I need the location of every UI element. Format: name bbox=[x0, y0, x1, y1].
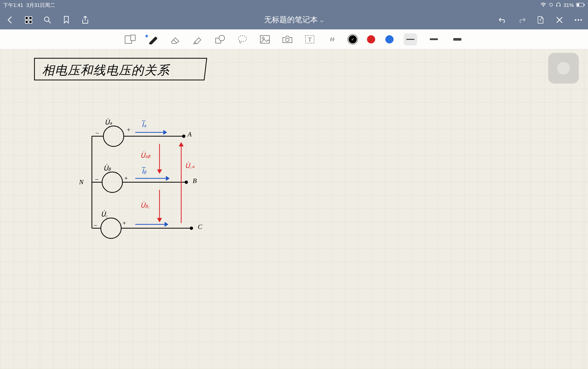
svg-text:+: + bbox=[539, 17, 542, 22]
battery-icon bbox=[576, 2, 585, 8]
svg-rect-9 bbox=[29, 20, 32, 23]
app-header: 无标题的笔记本 + bbox=[0, 10, 588, 29]
assistive-widget[interactable] bbox=[548, 53, 579, 84]
wifi-icon bbox=[541, 2, 546, 8]
svg-point-27 bbox=[262, 37, 264, 39]
shapes-tool[interactable] bbox=[214, 33, 226, 45]
stroke-thin[interactable] bbox=[404, 33, 417, 45]
svg-point-25 bbox=[238, 36, 247, 42]
title-text: 相电压和线电压的关系 bbox=[42, 62, 170, 78]
add-page-button[interactable]: + bbox=[536, 15, 545, 25]
svg-point-24 bbox=[219, 35, 225, 41]
minus-b: − bbox=[94, 176, 99, 183]
svg-line-22 bbox=[173, 40, 177, 43]
back-button[interactable] bbox=[5, 15, 14, 25]
plus-a: + bbox=[126, 126, 131, 134]
ia-label: I̅ₐ bbox=[142, 121, 146, 129]
ua-label: U̇ₐ bbox=[105, 118, 112, 126]
svg-rect-1 bbox=[556, 5, 557, 7]
page-title: 无标题的笔记本 bbox=[264, 15, 318, 25]
page-title-wrapper[interactable]: 无标题的笔记本 bbox=[90, 15, 498, 25]
minus-a: − bbox=[95, 130, 100, 137]
highlighter-tool[interactable] bbox=[191, 33, 204, 45]
bluetooth-icon: ✱ bbox=[145, 34, 148, 39]
plus-c: + bbox=[122, 219, 127, 227]
node-b-label: B bbox=[193, 177, 197, 185]
svg-line-15 bbox=[48, 21, 51, 23]
node-n-label: N bbox=[79, 178, 83, 186]
svg-point-17 bbox=[575, 19, 576, 21]
pen-tool[interactable]: ✱ bbox=[146, 33, 159, 45]
camera-tool[interactable] bbox=[281, 33, 293, 45]
battery-percent: 31% bbox=[564, 2, 574, 8]
svg-rect-8 bbox=[25, 20, 28, 23]
color-red[interactable] bbox=[367, 35, 375, 43]
drawing-canvas[interactable]: 相电压和线电压的关系 bbox=[0, 49, 588, 369]
node-c-label: C bbox=[198, 223, 202, 231]
check-icon: ✓ bbox=[351, 37, 354, 42]
eraser-tool[interactable] bbox=[169, 33, 181, 45]
link-tool[interactable] bbox=[326, 33, 338, 45]
ib-label: I̅ᵦ bbox=[142, 167, 146, 175]
node-a-label: A bbox=[188, 131, 192, 138]
stroke-medium[interactable] bbox=[427, 33, 440, 45]
share-button[interactable] bbox=[81, 15, 90, 25]
svg-point-28 bbox=[286, 38, 289, 42]
uab-label: U̇ₐᵦ bbox=[140, 152, 150, 159]
minus-c: − bbox=[93, 222, 98, 229]
redo-button[interactable] bbox=[517, 15, 526, 25]
undo-button[interactable] bbox=[498, 15, 507, 25]
uc-label: U̇꜀ bbox=[101, 210, 108, 218]
chevron-down-icon bbox=[320, 16, 324, 24]
bookmark-button[interactable] bbox=[62, 15, 71, 25]
view-split-tool[interactable] bbox=[124, 33, 136, 45]
plus-b: + bbox=[124, 175, 128, 182]
color-black[interactable]: ✓ bbox=[349, 35, 357, 43]
grid-view-button[interactable] bbox=[24, 15, 33, 25]
svg-point-19 bbox=[580, 19, 582, 21]
svg-point-18 bbox=[578, 19, 579, 21]
status-date: 3月31日周二 bbox=[26, 2, 55, 9]
ubc-label: U̇ᵦ꜀ bbox=[140, 201, 150, 209]
svg-rect-2 bbox=[559, 5, 560, 7]
status-bar: 下午1:41 3月31日周二 31% bbox=[0, 0, 588, 10]
toolbar: ✱ T ✓ bbox=[0, 29, 588, 49]
svg-point-0 bbox=[543, 6, 544, 7]
svg-rect-21 bbox=[131, 35, 135, 41]
rotation-lock-icon bbox=[549, 2, 553, 8]
headphone-icon bbox=[556, 2, 561, 8]
svg-rect-5 bbox=[584, 4, 585, 6]
status-time: 下午1:41 bbox=[3, 2, 23, 9]
uca-label: U̇꜀ₐ bbox=[185, 162, 194, 170]
more-button[interactable] bbox=[574, 15, 583, 25]
search-button[interactable] bbox=[43, 15, 52, 25]
svg-rect-6 bbox=[25, 17, 28, 19]
close-button[interactable] bbox=[555, 15, 564, 25]
stroke-thick[interactable] bbox=[451, 33, 464, 45]
color-blue[interactable] bbox=[385, 35, 394, 43]
ub-label: U̇ᵦ bbox=[103, 164, 111, 172]
voltage-arrows bbox=[77, 106, 281, 259]
svg-text:T: T bbox=[308, 36, 312, 43]
lasso-tool[interactable] bbox=[236, 33, 249, 45]
svg-rect-4 bbox=[577, 4, 579, 6]
svg-rect-7 bbox=[29, 17, 32, 19]
text-tool[interactable]: T bbox=[304, 33, 316, 45]
image-tool[interactable] bbox=[259, 33, 271, 45]
